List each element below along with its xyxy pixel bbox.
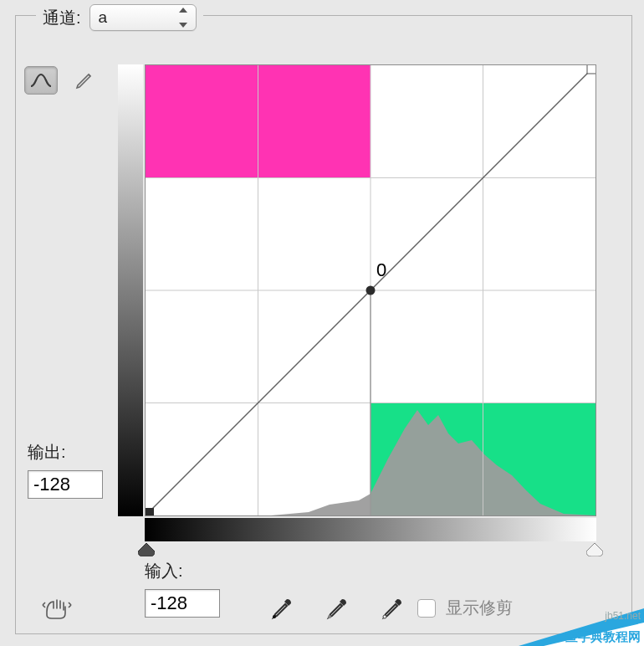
input-black-slider[interactable] [138,543,155,556]
select-arrows-icon [176,8,191,28]
eyedropper-icon [325,597,349,620]
curve-point-center[interactable] [366,286,376,295]
eyedropper-icon [270,597,294,620]
output-label: 输出: [28,441,103,464]
pencil-tool-button[interactable] [68,66,101,95]
curve-plot[interactable]: 0 [145,64,596,516]
output-gradient-strip [118,64,143,516]
eyedropper-row [267,593,407,623]
show-clipping-checkbox[interactable] [417,599,436,618]
curve-tool-button[interactable] [24,66,58,95]
curve-point-highlight[interactable] [587,65,595,74]
curve-point-shadow[interactable] [146,508,154,515]
svg-point-8 [383,615,386,618]
white-point-eyedropper[interactable] [377,593,407,623]
targeted-adjust-button[interactable] [36,592,78,623]
show-clipping-label: 显示修剪 [446,597,513,619]
curve-region: 0 [118,64,596,541]
gray-point-eyedropper[interactable] [322,593,352,623]
show-clipping-row: 显示修剪 [417,597,513,619]
input-group: 输入: [145,560,220,618]
input-gradient-strip [145,518,596,541]
channel-label: 通道: [43,7,81,29]
curve-icon [30,72,52,89]
output-value-field[interactable] [28,470,103,499]
channel-select[interactable]: a [89,4,197,31]
eyedropper-icon [381,597,404,620]
channel-selected-value: a [99,8,108,27]
pencil-icon [74,70,95,90]
output-group: 输出: [28,441,103,499]
input-value-field[interactable] [145,589,220,618]
svg-point-6 [273,615,276,618]
input-label: 输入: [145,560,220,582]
hand-icon [40,595,74,620]
curves-panel: 通道: a [15,15,632,634]
channel-row: 通道: a [36,4,203,31]
svg-point-7 [328,615,331,618]
tool-row [24,66,101,95]
black-point-eyedropper[interactable] [267,593,297,623]
input-white-slider[interactable] [586,543,603,556]
curve-canvas[interactable] [146,65,595,515]
